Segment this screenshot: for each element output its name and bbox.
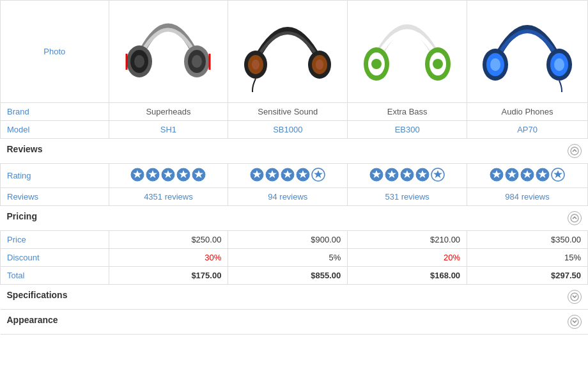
- model-row: Model SH1 SB1000 EB300 AP70: [1, 121, 588, 139]
- price-row: Price $250.00 $900.00 $210.00 $350.00: [1, 231, 588, 249]
- discount-superheads: 30%: [109, 249, 228, 267]
- total-row: Total $175.00 $855.00 $168.00 $297.50: [1, 267, 588, 285]
- discount-sensitive-sound: 5%: [228, 249, 348, 267]
- headphone-image-audio-phones: [483, 9, 572, 92]
- brand-sensitive-sound: Sensitive Sound: [228, 103, 348, 121]
- rating-row: Rating: [1, 164, 588, 188]
- svg-point-13: [316, 60, 323, 70]
- svg-point-22: [490, 58, 500, 71]
- headphone-image-superheads: [123, 9, 213, 92]
- rating-sensitive-sound: [228, 164, 348, 188]
- reviews-section-header: Reviews: [1, 139, 588, 164]
- model-sensitive-sound: SB1000: [228, 121, 348, 139]
- stars-superheads: [130, 168, 206, 182]
- price-audio-phones: $350.00: [467, 231, 588, 249]
- svg-marker-46: [314, 170, 323, 178]
- reviews-section-title: Reviews: [7, 144, 43, 154]
- total-superheads: $175.00: [109, 267, 228, 285]
- photo-label: Photo: [1, 1, 109, 103]
- headphone-image-sensitive-sound: [243, 9, 332, 92]
- rating-label: Rating: [1, 164, 109, 188]
- product-photo-sensitive-sound: [228, 1, 348, 103]
- brand-label: Brand: [1, 103, 109, 121]
- svg-marker-66: [553, 170, 562, 178]
- pricing-section-header: Pricing: [1, 206, 588, 231]
- reviews-section-cell: Reviews: [1, 139, 588, 164]
- total-audio-phones: $297.50: [467, 267, 588, 285]
- svg-point-16: [371, 59, 382, 69]
- reviews-row: Reviews 4351 reviews 94 reviews 531 revi…: [1, 188, 588, 206]
- reviews-superheads: 4351 reviews: [109, 188, 228, 206]
- discount-extra-bass: 20%: [348, 249, 467, 267]
- stars-sensitive-sound: [250, 168, 325, 182]
- reviews-link-superheads[interactable]: 4351 reviews: [144, 192, 193, 202]
- svg-point-26: [571, 147, 578, 155]
- model-extra-bass: EB300: [348, 121, 467, 139]
- appearance-expand-icon[interactable]: [568, 315, 582, 329]
- reviews-extra-bass: 531 reviews: [348, 188, 467, 206]
- brand-superheads: Superheads: [109, 103, 228, 121]
- appearance-section-cell: Appearance: [1, 310, 588, 335]
- total-sensitive-sound: $855.00: [228, 267, 348, 285]
- price-label: Price: [1, 231, 109, 249]
- product-photo-superheads: [109, 1, 228, 103]
- photo-row: Photo: [1, 1, 588, 103]
- stars-extra-bass: [369, 168, 445, 182]
- pricing-collapse-icon[interactable]: [568, 211, 582, 225]
- appearance-section-header: Appearance: [1, 310, 588, 335]
- specifications-expand-icon[interactable]: [568, 290, 582, 304]
- reviews-collapse-icon[interactable]: [568, 144, 582, 158]
- model-label: Model: [1, 121, 109, 139]
- brand-row: Brand Superheads Sensitive Sound Extra B…: [1, 103, 588, 121]
- rating-audio-phones: [467, 164, 588, 188]
- svg-point-2: [134, 55, 144, 68]
- discount-label: Discount: [1, 249, 109, 267]
- product-photo-audio-phones: [467, 1, 588, 103]
- rating-extra-bass: [348, 164, 467, 188]
- reviews-audio-phones: 984 reviews: [467, 188, 588, 206]
- total-label: Total: [1, 267, 109, 285]
- brand-audio-phones: Audio Phones: [467, 103, 588, 121]
- price-superheads: $250.00: [109, 231, 228, 249]
- specifications-section-header: Specifications: [1, 285, 588, 310]
- model-superheads: SH1: [109, 121, 228, 139]
- rating-superheads: [109, 164, 228, 188]
- reviews-sensitive-sound: 94 reviews: [228, 188, 348, 206]
- price-extra-bass: $210.00: [348, 231, 467, 249]
- svg-point-25: [554, 58, 564, 71]
- reviews-link-audio-phones[interactable]: 984 reviews: [505, 192, 549, 202]
- svg-point-10: [252, 60, 259, 70]
- reviews-link-sensitive-sound[interactable]: 94 reviews: [268, 192, 307, 202]
- pricing-section-cell: Pricing: [1, 206, 588, 231]
- discount-row: Discount 30% 5% 20% 15%: [1, 249, 588, 267]
- discount-audio-phones: 15%: [467, 249, 588, 267]
- pricing-section-title: Pricing: [7, 211, 37, 221]
- stars-audio-phones: [490, 168, 565, 182]
- price-sensitive-sound: $900.00: [228, 231, 348, 249]
- specifications-section-cell: Specifications: [1, 285, 588, 310]
- total-extra-bass: $168.00: [348, 267, 467, 285]
- model-audio-phones: AP70: [467, 121, 588, 139]
- svg-point-6: [192, 55, 202, 68]
- comparison-table: Photo: [0, 0, 588, 335]
- svg-point-19: [433, 59, 443, 69]
- appearance-section-title: Appearance: [7, 315, 58, 325]
- reviews-label: Reviews: [1, 188, 109, 206]
- specifications-section-title: Specifications: [7, 290, 68, 300]
- brand-extra-bass: Extra Bass: [348, 103, 467, 121]
- reviews-link-extra-bass[interactable]: 531 reviews: [385, 192, 429, 202]
- headphone-image-extra-bass: [362, 9, 452, 92]
- svg-marker-56: [433, 170, 442, 178]
- product-photo-extra-bass: [348, 1, 467, 103]
- svg-point-67: [571, 214, 578, 222]
